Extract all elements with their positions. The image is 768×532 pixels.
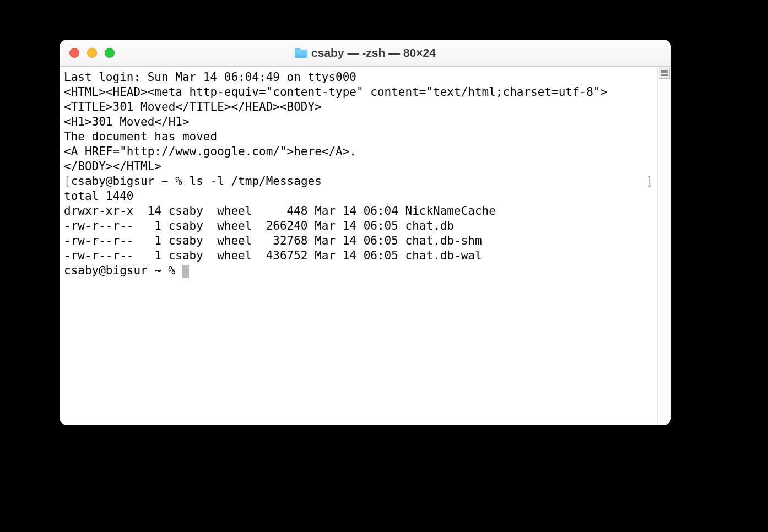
output-line: <H1>301 Moved</H1>: [64, 115, 653, 129]
traffic-lights: [60, 48, 115, 58]
output-line: -rw-r--r-- 1 csaby wheel 32768 Mar 14 06…: [64, 234, 653, 248]
output-line: Last login: Sun Mar 14 06:04:49 on ttys0…: [64, 70, 653, 85]
terminal-output[interactable]: Last login: Sun Mar 14 06:04:49 on ttys0…: [60, 67, 657, 425]
output-line: -rw-r--r-- 1 csaby wheel 436752 Mar 14 0…: [64, 248, 653, 263]
window-title-text: csaby — -zsh — 80×24: [311, 46, 436, 59]
scrollbar[interactable]: [657, 67, 671, 425]
command-line: [csaby@bigsur ~ % ls -l /tmp/Messages]: [64, 174, 653, 189]
output-line: -rw-r--r-- 1 csaby wheel 266240 Mar 14 0…: [64, 219, 653, 234]
prompt: csaby@bigsur ~ %: [64, 264, 182, 277]
output-line: drwxr-xr-x 14 csaby wheel 448 Mar 14 06:…: [64, 204, 653, 219]
zoom-button[interactable]: [105, 48, 115, 58]
window-body: Last login: Sun Mar 14 06:04:49 on ttys0…: [60, 67, 671, 425]
output-line: The document has moved: [64, 129, 653, 144]
terminal-window: ⌂ csaby — -zsh — 80×24 Last login: Sun M…: [60, 40, 671, 425]
command-text: ls -l /tmp/Messages: [190, 175, 322, 188]
prompt: csaby@bigsur ~ %: [71, 175, 190, 188]
window-title: ⌂ csaby — -zsh — 80×24: [60, 46, 671, 59]
current-prompt-line[interactable]: csaby@bigsur ~ %: [64, 263, 653, 278]
cursor: [182, 265, 189, 278]
output-line: <A HREF="http://www.google.com/">here</A…: [64, 144, 653, 159]
scroll-indicator-icon[interactable]: [659, 68, 670, 79]
output-line: <TITLE>301 Moved</TITLE></HEAD><BODY>: [64, 100, 653, 115]
folder-icon: ⌂: [295, 48, 307, 58]
minimize-button[interactable]: [87, 48, 97, 58]
output-line: <HTML><HEAD><meta http-equiv="content-ty…: [64, 85, 653, 100]
output-line: total 1440: [64, 189, 653, 204]
titlebar[interactable]: ⌂ csaby — -zsh — 80×24: [60, 40, 671, 67]
output-line: </BODY></HTML>: [64, 159, 653, 174]
bracket-right: ]: [646, 174, 653, 189]
bracket-left: [: [64, 175, 71, 188]
close-button[interactable]: [69, 48, 79, 58]
